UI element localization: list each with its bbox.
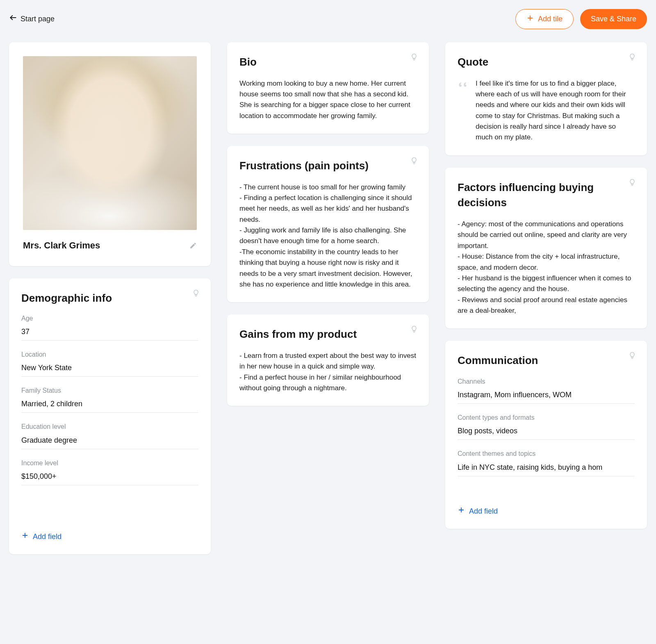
column-1: Mrs. Clark Grimes Demographic info Age 3… xyxy=(9,42,211,554)
field-content-types: Content types and formats Blog posts, vi… xyxy=(458,413,635,440)
add-field-label: Add field xyxy=(33,531,61,542)
profile-card: Mrs. Clark Grimes xyxy=(9,42,211,266)
field-channels: Channels Instagram, Mom influencers, WOM xyxy=(458,377,635,404)
frustrations-title: Frustrations (pain points) xyxy=(239,158,417,174)
quote-icon xyxy=(458,79,469,143)
channels-value[interactable]: Instagram, Mom influencers, WOM xyxy=(458,389,635,404)
add-field-button[interactable]: Add field xyxy=(458,506,498,517)
gains-card: Gains from my product - Learn from a tru… xyxy=(227,314,429,406)
quote-text[interactable]: I feel like it's time for us to find a b… xyxy=(476,78,635,143)
lightbulb-icon[interactable] xyxy=(628,351,636,360)
field-content-themes: Content themes and topics Life in NYC st… xyxy=(458,449,635,476)
frustrations-text[interactable]: - The current house is too small for her… xyxy=(239,182,417,290)
location-label: Location xyxy=(21,350,198,359)
content-types-value[interactable]: Blog posts, videos xyxy=(458,426,635,440)
age-label: Age xyxy=(21,314,198,323)
factors-card: Factors influencing buying decisions - A… xyxy=(445,168,647,328)
content-themes-value[interactable]: Life in NYC state, raising kids, buying … xyxy=(458,462,635,476)
gains-text[interactable]: - Learn from a trusted expert about the … xyxy=(239,350,417,394)
demographic-title: Demographic info xyxy=(21,291,198,306)
channels-label: Channels xyxy=(458,377,635,386)
lightbulb-icon[interactable] xyxy=(192,289,200,297)
communication-card: Communication Channels Instagram, Mom in… xyxy=(445,341,647,529)
quote-card: Quote I feel like it's time for us to fi… xyxy=(445,42,647,155)
save-share-button[interactable]: Save & Share xyxy=(580,9,647,29)
lightbulb-icon[interactable] xyxy=(410,53,418,61)
pencil-icon[interactable] xyxy=(189,242,197,249)
lightbulb-icon[interactable] xyxy=(628,178,636,187)
lightbulb-icon[interactable] xyxy=(410,157,418,165)
lightbulb-icon[interactable] xyxy=(628,53,636,61)
bio-card: Bio Working mom looking to buy a new hom… xyxy=(227,42,429,134)
gains-title: Gains from my product xyxy=(239,327,417,342)
plus-icon xyxy=(21,531,29,542)
content-themes-label: Content themes and topics xyxy=(458,449,635,458)
factors-text[interactable]: - Agency: most of the communications and… xyxy=(458,219,635,316)
save-share-label: Save & Share xyxy=(591,15,636,23)
age-value[interactable]: 37 xyxy=(21,326,198,341)
income-value[interactable]: $150,000+ xyxy=(21,471,198,485)
header: Start page Add tile Save & Share xyxy=(9,0,647,42)
content-columns: Mrs. Clark Grimes Demographic info Age 3… xyxy=(9,42,647,554)
communication-title: Communication xyxy=(458,353,635,369)
field-education: Education level Graduate degree xyxy=(21,422,198,449)
field-family-status: Family Status Married, 2 children xyxy=(21,386,198,413)
family-status-value[interactable]: Married, 2 children xyxy=(21,398,198,413)
education-value[interactable]: Graduate degree xyxy=(21,435,198,449)
person-name: Mrs. Clark Grimes xyxy=(23,239,100,252)
plus-icon xyxy=(458,506,465,517)
field-income: Income level $150,000+ xyxy=(21,458,198,485)
avatar[interactable] xyxy=(23,56,197,230)
bio-title: Bio xyxy=(239,55,417,70)
column-2: Bio Working mom looking to buy a new hom… xyxy=(227,42,429,406)
quote-title: Quote xyxy=(458,55,635,70)
lightbulb-icon[interactable] xyxy=(410,325,418,333)
frustrations-card: Frustrations (pain points) - The current… xyxy=(227,146,429,302)
add-tile-label: Add tile xyxy=(538,15,563,23)
arrow-left-icon xyxy=(9,14,17,25)
content-types-label: Content types and formats xyxy=(458,413,635,422)
field-age: Age 37 xyxy=(21,314,198,341)
header-actions: Add tile Save & Share xyxy=(515,9,647,29)
back-label: Start page xyxy=(20,14,55,24)
column-3: Quote I feel like it's time for us to fi… xyxy=(445,42,647,529)
add-field-label: Add field xyxy=(469,506,498,517)
add-field-button[interactable]: Add field xyxy=(21,531,61,542)
bio-text[interactable]: Working mom looking to buy a new home. H… xyxy=(239,78,417,121)
back-link[interactable]: Start page xyxy=(9,14,55,25)
field-location: Location New York State xyxy=(21,350,198,377)
education-label: Education level xyxy=(21,422,198,431)
income-label: Income level xyxy=(21,458,198,468)
add-tile-button[interactable]: Add tile xyxy=(515,9,574,29)
location-value[interactable]: New York State xyxy=(21,362,198,377)
family-status-label: Family Status xyxy=(21,386,198,395)
plus-icon xyxy=(526,14,534,24)
demographic-card: Demographic info Age 37 Location New Yor… xyxy=(9,278,211,554)
factors-title: Factors influencing buying decisions xyxy=(458,180,635,211)
